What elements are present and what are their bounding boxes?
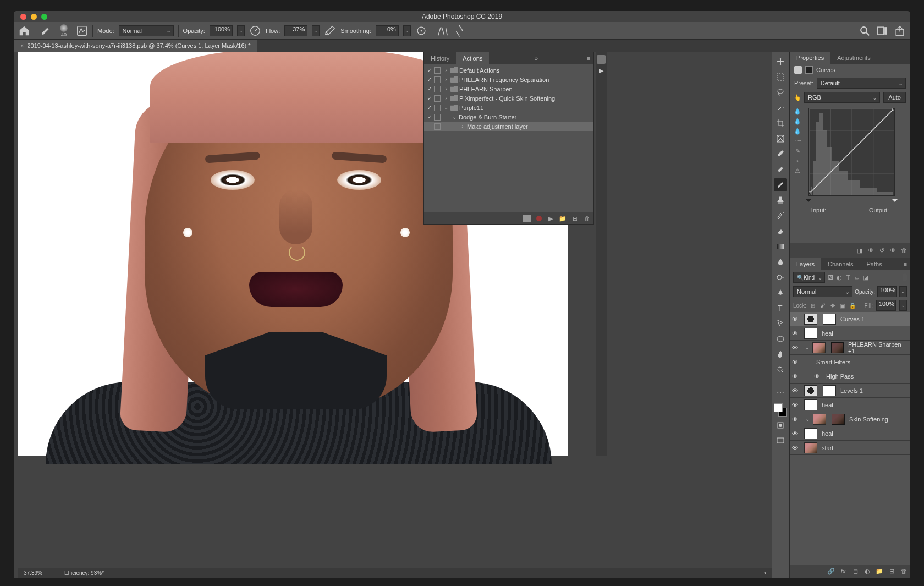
action-folder-icon[interactable]: 📁: [559, 215, 566, 222]
magic-wand-tool[interactable]: [774, 101, 787, 114]
tool-preset-picker[interactable]: [40, 25, 52, 37]
action-stop-icon[interactable]: [523, 215, 531, 222]
curve-draw-icon[interactable]: ✎: [794, 147, 801, 154]
action-row[interactable]: ✓›PiXimperfect - Quick Skin Softening: [424, 94, 593, 103]
blur-tool[interactable]: [774, 255, 787, 269]
adjustments-tab[interactable]: Adjustments: [831, 52, 877, 64]
panel-menu-icon[interactable]: ≡: [584, 55, 593, 62]
pen-tool[interactable]: [774, 286, 787, 299]
action-row[interactable]: ✓›Default Actions: [424, 65, 593, 75]
smoothing-stepper[interactable]: ⌄: [403, 25, 411, 36]
smoothing-input[interactable]: 0%: [376, 25, 399, 36]
action-trash-icon[interactable]: 🗑: [584, 215, 590, 222]
layer-row[interactable]: 👁heal: [790, 426, 910, 441]
histogram-alert-icon[interactable]: ⚠: [794, 167, 801, 174]
mode-dropdown[interactable]: Normal: [119, 25, 174, 36]
sample-white-icon[interactable]: 💧: [794, 108, 801, 114]
paths-tab[interactable]: Paths: [860, 258, 889, 270]
link-layers-icon[interactable]: 🔗: [828, 568, 834, 574]
layer-row[interactable]: 👁heal: [790, 326, 910, 341]
stamp-tool[interactable]: [774, 194, 787, 207]
search-icon[interactable]: [859, 25, 871, 37]
action-record-icon[interactable]: [536, 216, 542, 221]
quick-mask-icon[interactable]: [774, 419, 787, 432]
dock-play-icon[interactable]: ▶: [597, 66, 606, 75]
preset-dropdown[interactable]: Default: [817, 78, 906, 89]
layer-list[interactable]: 👁Curves 1👁heal👁⌄PHLEARN Sharpen +1👁Smart…: [790, 312, 910, 565]
share-icon[interactable]: [894, 25, 906, 37]
action-row[interactable]: ✓⌄Dodge & Burn Starter: [424, 112, 593, 122]
filter-type-icon[interactable]: T: [845, 274, 851, 281]
properties-tab[interactable]: Properties: [790, 52, 831, 64]
path-select-tool[interactable]: [774, 317, 787, 330]
blend-mode-dropdown[interactable]: Normal: [793, 286, 853, 297]
layer-row[interactable]: 👁⌄PHLEARN Sharpen +1: [790, 341, 910, 355]
filter-smart-icon[interactable]: ◪: [862, 274, 869, 281]
layer-row[interactable]: 👁👁High Pass: [790, 369, 910, 384]
lock-brush-icon[interactable]: 🖌: [820, 302, 826, 309]
fill-stepper[interactable]: ⌄: [899, 300, 907, 311]
kind-filter[interactable]: 🔍 Kind: [793, 272, 825, 283]
edit-toolbar-icon[interactable]: ⋯: [774, 386, 787, 399]
curve-smooth-icon[interactable]: ⌁: [794, 157, 801, 164]
mask-icon[interactable]: [805, 66, 813, 74]
lock-pixels-icon[interactable]: ⊞: [810, 302, 816, 309]
sample-black-icon[interactable]: 💧: [794, 128, 801, 134]
layer-row[interactable]: 👁heal: [790, 398, 910, 412]
toggle-vis-icon[interactable]: 👁: [889, 247, 896, 254]
layer-row[interactable]: 👁Levels 1: [790, 384, 910, 398]
layer-fx-icon[interactable]: fx: [840, 568, 846, 574]
lock-all-icon[interactable]: 🔒: [849, 302, 856, 309]
healing-tool[interactable]: [774, 163, 787, 176]
gradient-tool[interactable]: [774, 240, 787, 253]
move-tool[interactable]: [774, 55, 787, 68]
channels-tab[interactable]: Channels: [821, 258, 860, 270]
shape-tool[interactable]: [774, 332, 787, 346]
brush-tool[interactable]: [774, 178, 787, 191]
actions-tab[interactable]: Actions: [456, 52, 489, 64]
new-group-icon[interactable]: 📁: [876, 568, 883, 574]
action-row[interactable]: ✓⌄Purple11: [424, 103, 593, 112]
frame-tool[interactable]: [774, 132, 787, 145]
targeted-adjust-icon[interactable]: 👆: [794, 94, 801, 101]
close-window[interactable]: [20, 14, 26, 20]
pressure-opacity-icon[interactable]: [249, 25, 261, 37]
marquee-tool[interactable]: [774, 70, 787, 84]
auto-button[interactable]: Auto: [883, 92, 906, 103]
clip-layer-icon[interactable]: ◨: [856, 247, 863, 254]
filter-toggle[interactable]: [903, 273, 907, 281]
layer-row[interactable]: 👁Curves 1: [790, 312, 910, 326]
panel-collapse-icon[interactable]: »: [531, 55, 541, 62]
props-trash-icon[interactable]: 🗑: [900, 247, 907, 254]
canvas-area[interactable]: History Actions » ≡ ✓›Default Actions✓›P…: [14, 52, 772, 578]
layer-opacity-input[interactable]: 100%: [877, 286, 897, 297]
black-point-slider[interactable]: [806, 199, 811, 205]
close-tab-icon[interactable]: ×: [20, 42, 24, 49]
flow-input[interactable]: 37%: [284, 25, 307, 36]
zoom-level[interactable]: 37.39%: [24, 570, 42, 576]
channel-dropdown[interactable]: RGB: [804, 92, 880, 103]
brush-picker[interactable]: 40: [56, 23, 72, 39]
dock-icon-1[interactable]: [597, 55, 606, 64]
color-swatch[interactable]: [774, 403, 787, 417]
layer-row[interactable]: 👁Smart Filters: [790, 355, 910, 369]
pressure-size-icon[interactable]: [437, 25, 449, 37]
opacity-stepper[interactable]: ⌄: [237, 25, 245, 36]
layer-opacity-stepper[interactable]: ⌄: [899, 286, 907, 297]
white-point-slider[interactable]: [892, 199, 898, 205]
home-icon[interactable]: [18, 25, 30, 37]
status-arrow-icon[interactable]: ›: [765, 570, 766, 576]
airbrush-icon[interactable]: [324, 25, 336, 37]
props-menu-icon[interactable]: ≡: [900, 54, 910, 61]
opacity-input[interactable]: 100%: [210, 25, 233, 36]
filter-shape-icon[interactable]: ▱: [854, 274, 860, 281]
document-tab[interactable]: × 2019-04-13-ashley-with-sony-a7r-iii313…: [14, 40, 257, 52]
lock-position-icon[interactable]: ✥: [829, 302, 836, 309]
maximize-window[interactable]: [41, 14, 47, 20]
curve-point-icon[interactable]: 〰: [794, 138, 801, 144]
layer-row[interactable]: 👁start: [790, 441, 910, 455]
workspace-icon[interactable]: [876, 25, 888, 37]
new-adj-icon[interactable]: ◐: [864, 568, 871, 574]
layers-tab[interactable]: Layers: [790, 258, 821, 270]
fill-input[interactable]: 100%: [876, 300, 896, 311]
